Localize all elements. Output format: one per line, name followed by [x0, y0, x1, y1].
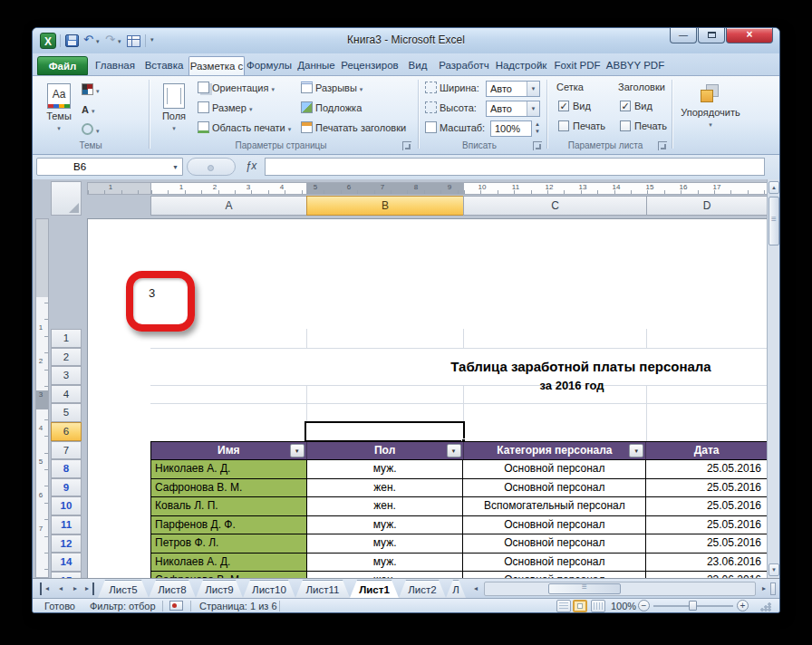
cell-gender[interactable]: муж. [307, 534, 464, 553]
cell-date[interactable]: 25.05.2016 [646, 534, 767, 553]
tab-view[interactable]: Вид [401, 56, 435, 75]
cell-name[interactable]: Сафронова В. М. [151, 572, 307, 578]
column-header-b[interactable]: B [306, 196, 464, 216]
cell-gender[interactable]: муж. [307, 460, 464, 478]
cell-category[interactable]: Основной персонал [463, 479, 646, 497]
row-header[interactable]: 2 [51, 348, 82, 367]
print-titles-button[interactable]: Печатать заголовки [301, 119, 406, 137]
scale-spinner[interactable]: ▲▼ [533, 120, 542, 137]
row-header[interactable]: 5 [51, 403, 82, 422]
sheet-options-dialog-launcher[interactable] [658, 141, 667, 150]
row-header[interactable]: 4 [51, 385, 82, 404]
sheet-tab[interactable]: Лист2 [399, 580, 446, 598]
row-header[interactable]: 3 [51, 366, 82, 385]
minimize-button[interactable]: — [670, 28, 697, 43]
breaks-button[interactable]: Разрывы ▾ [301, 79, 362, 97]
width-combo[interactable]: Авто▼ [486, 81, 540, 97]
tab-review[interactable]: Рецензиров [339, 56, 401, 75]
cell-name[interactable]: Сафронова В. М. [151, 479, 307, 497]
tab-page-layout[interactable]: Разметка с [188, 56, 245, 75]
filter-dropdown-icon[interactable]: ▼ [290, 444, 304, 457]
cell-name[interactable]: Парфенов Д. Ф. [151, 516, 307, 534]
cell-gender[interactable]: муж. [307, 554, 464, 572]
cell-date[interactable]: 25.05.2016 [646, 516, 767, 534]
scroll-down-icon[interactable]: ▼ [768, 563, 779, 576]
cell-category[interactable]: Основной персонал [463, 554, 646, 572]
horizontal-scrollbar[interactable] [484, 582, 756, 596]
select-all-button[interactable] [51, 181, 82, 216]
tab-abbyy-pdf[interactable]: ABBYY PDF [605, 56, 665, 75]
row-header[interactable]: 14 [51, 553, 82, 572]
row-header[interactable]: 7 [51, 441, 82, 460]
cell-date[interactable]: 25.05.2016 [646, 460, 767, 478]
cell-category[interactable]: Основной персонал [463, 460, 646, 478]
sheet-tab[interactable]: Лист10 [243, 580, 295, 598]
last-sheet-icon[interactable]: ▸ [82, 582, 94, 595]
prev-sheet-icon[interactable]: ◂ [54, 582, 67, 595]
tab-insert[interactable]: Вставка [140, 56, 188, 75]
horizontal-scroll-thumb[interactable] [548, 583, 621, 594]
vertical-scroll-thumb[interactable] [768, 197, 779, 245]
view-page-layout-button[interactable] [573, 600, 587, 612]
tab-foxit-pdf[interactable]: Foxit PDF [549, 56, 605, 75]
arrange-button[interactable]: Упорядочить▾ [678, 79, 743, 139]
themes-button[interactable]: Aa Темы▾ [40, 79, 78, 139]
background-button[interactable]: Подложка [301, 99, 362, 117]
cell-date[interactable]: 23.06.2016 [646, 554, 767, 572]
chevron-down-icon[interactable]: ▼ [527, 82, 539, 96]
view-normal-button[interactable] [556, 600, 571, 612]
macro-record-icon[interactable] [169, 601, 183, 611]
theme-effects-button[interactable]: ▾ [82, 120, 112, 139]
tab-split-handle[interactable] [770, 582, 776, 595]
theme-colors-button[interactable]: ▾ [82, 81, 112, 99]
cell-category[interactable]: Вспомогательный персонал [463, 497, 646, 515]
cell-category[interactable]: Основной персонал [463, 516, 646, 534]
tab-developer[interactable]: Разработч [435, 56, 493, 75]
gridlines-view-checkbox[interactable]: ✓ [558, 101, 569, 111]
cell-gender[interactable]: жен. [307, 572, 464, 578]
sheet-tab[interactable]: Лист9 [196, 580, 243, 598]
cell-gender[interactable]: жен. [307, 497, 464, 515]
headings-view-checkbox[interactable]: ✓ [620, 101, 631, 111]
cell-category[interactable]: Основной персонал [463, 572, 646, 578]
filter-dropdown-icon[interactable]: ▼ [447, 444, 461, 457]
cell-date[interactable]: 25.05.2016 [646, 497, 767, 515]
sheet-tab[interactable]: Лист5 [98, 580, 149, 598]
cell-gender[interactable]: муж. [307, 516, 464, 534]
tab-scroll-left-icon[interactable]: ◂ [469, 582, 482, 595]
row-header[interactable]: 9 [51, 478, 82, 497]
cell-gender[interactable]: жен. [307, 479, 464, 497]
row-header[interactable]: 15 [51, 572, 82, 578]
theme-fonts-button[interactable]: A ▾ [82, 101, 112, 119]
gridlines-print-checkbox[interactable] [558, 120, 569, 131]
row-header[interactable]: 12 [51, 534, 82, 554]
tab-addins[interactable]: Надстройк [493, 56, 549, 75]
filter-dropdown-icon[interactable]: ▼ [629, 444, 643, 457]
formula-bar-grip[interactable] [187, 158, 236, 176]
zoom-slider-thumb[interactable] [689, 601, 697, 611]
cell-date[interactable]: 25.05.2016 [646, 479, 767, 497]
fit-dialog-launcher[interactable] [533, 141, 542, 150]
sheet-tab-cut[interactable]: Л [446, 580, 466, 598]
cell-name[interactable]: Николаев А. Д. [151, 460, 307, 478]
row-header[interactable]: 8 [51, 459, 82, 478]
cell-name[interactable]: Петров Ф. Л. [151, 534, 307, 553]
margins-button[interactable]: Поля▾ [156, 79, 192, 139]
cell-name[interactable]: Николаев А. Д. [151, 554, 307, 572]
page-setup-dialog-launcher[interactable] [402, 141, 411, 150]
sheet-tab[interactable]: Лист11 [295, 580, 350, 598]
insert-function-button[interactable]: ƒx [239, 158, 263, 176]
column-header-a[interactable]: A [150, 196, 307, 216]
print-area-button[interactable]: Область печати ▾ [198, 119, 291, 137]
selected-cell-b6[interactable] [304, 421, 465, 442]
cell-name[interactable]: Коваль Л. П. [151, 497, 307, 515]
tab-home[interactable]: Главная [91, 56, 140, 75]
vertical-scrollbar[interactable]: ▲ ▼ [767, 179, 779, 578]
formula-input[interactable] [265, 158, 765, 176]
cell-category[interactable]: Основной персонал [463, 534, 646, 553]
height-combo[interactable]: Авто▼ [486, 101, 540, 117]
tab-formulas[interactable]: Формулы [245, 56, 294, 75]
close-button[interactable]: × [726, 28, 773, 43]
row-header-selected[interactable]: 6 [51, 422, 82, 441]
chevron-down-icon[interactable]: ▼ [527, 101, 539, 116]
